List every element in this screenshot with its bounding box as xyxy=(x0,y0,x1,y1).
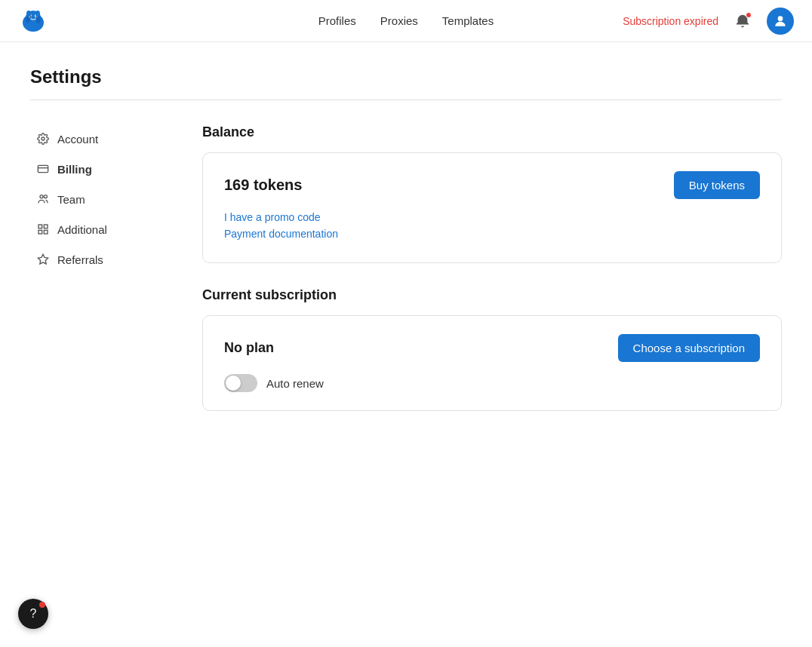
sidebar: Account Billing xyxy=(30,124,166,435)
sidebar-additional-label: Additional xyxy=(57,223,107,236)
page-container: Settings Account xyxy=(0,42,812,459)
gear-icon xyxy=(36,132,50,146)
user-avatar[interactable] xyxy=(767,8,794,35)
svg-point-10 xyxy=(778,16,783,21)
sidebar-referrals-label: Referrals xyxy=(57,253,103,266)
svg-rect-16 xyxy=(38,225,42,228)
choose-subscription-button[interactable]: Choose a subscription xyxy=(618,334,760,362)
svg-rect-17 xyxy=(44,225,48,228)
toggle-knob xyxy=(226,376,241,391)
top-navigation: Profiles Proxies Templates Subscription … xyxy=(0,0,812,42)
main-content: Balance 169 tokens Buy tokens I have a p… xyxy=(202,124,782,435)
balance-row: 169 tokens Buy tokens xyxy=(224,171,760,199)
nav-right: Subscription expired xyxy=(623,8,794,35)
sidebar-account-label: Account xyxy=(57,133,98,146)
notifications-button[interactable] xyxy=(730,9,755,33)
subscription-status: Subscription expired xyxy=(623,15,718,27)
grid-icon xyxy=(36,222,50,236)
balance-card: 169 tokens Buy tokens I have a promo cod… xyxy=(202,152,782,263)
notification-dot xyxy=(746,12,752,18)
svg-point-8 xyxy=(26,11,31,17)
svg-rect-18 xyxy=(38,230,42,234)
sidebar-item-billing[interactable]: Billing xyxy=(30,155,166,183)
logo-icon xyxy=(18,6,48,36)
logo[interactable] xyxy=(18,6,48,36)
subscription-row: No plan Choose a subscription xyxy=(224,334,760,362)
star-icon xyxy=(36,253,50,266)
nav-links: Profiles Proxies Templates xyxy=(318,14,494,27)
sidebar-item-account[interactable]: Account xyxy=(30,124,166,153)
buy-tokens-button[interactable]: Buy tokens xyxy=(674,171,760,199)
page-title: Settings xyxy=(30,66,782,87)
nav-proxies[interactable]: Proxies xyxy=(380,14,418,27)
subscription-card: No plan Choose a subscription Auto renew xyxy=(202,315,782,411)
team-icon xyxy=(36,192,50,206)
sidebar-team-label: Team xyxy=(57,193,85,206)
plan-label: No plan xyxy=(224,340,274,356)
sidebar-item-referrals[interactable]: Referrals xyxy=(30,245,166,274)
nav-profiles[interactable]: Profiles xyxy=(318,14,356,27)
payment-docs-link[interactable]: Payment documentation xyxy=(224,228,760,240)
svg-rect-19 xyxy=(44,230,48,234)
subscription-section-title: Current subscription xyxy=(202,287,782,303)
auto-renew-row: Auto renew xyxy=(224,374,760,392)
svg-point-14 xyxy=(40,195,43,198)
svg-point-11 xyxy=(42,137,45,140)
balance-section-title: Balance xyxy=(202,124,782,140)
svg-point-9 xyxy=(35,11,40,17)
auto-renew-toggle[interactable] xyxy=(224,374,257,392)
svg-marker-20 xyxy=(38,254,48,264)
nav-templates[interactable]: Templates xyxy=(442,14,494,27)
avatar-icon xyxy=(773,14,788,29)
billing-icon xyxy=(36,162,50,176)
svg-rect-12 xyxy=(38,165,48,172)
layout: Account Billing xyxy=(30,124,782,435)
auto-renew-label: Auto renew xyxy=(266,377,324,390)
promo-code-link[interactable]: I have a promo code xyxy=(224,211,760,223)
svg-point-15 xyxy=(44,195,47,198)
sidebar-billing-label: Billing xyxy=(57,163,92,176)
page-divider xyxy=(30,100,782,100)
sidebar-item-additional[interactable]: Additional xyxy=(30,215,166,244)
token-amount: 169 tokens xyxy=(224,176,302,194)
sidebar-item-team[interactable]: Team xyxy=(30,185,166,213)
